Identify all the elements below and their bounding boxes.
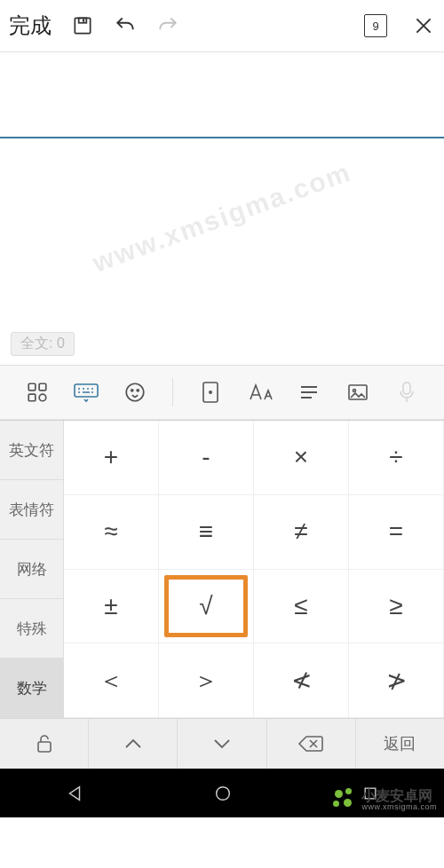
svg-rect-4 (39, 383, 46, 391)
document-body-area[interactable]: 全文: 0 www.xmsigma.com (0, 138, 444, 365)
symbol-category-list: 英文符 表情符 网络 特殊 数学 (0, 421, 64, 718)
svg-point-10 (137, 390, 139, 391)
category-english-symbols[interactable]: 英文符 (0, 421, 64, 480)
key-neq[interactable]: ≠ (254, 495, 349, 570)
key-gt[interactable]: ＞ (159, 643, 254, 718)
key-ngt[interactable]: ≯ (349, 643, 444, 718)
apps-icon[interactable] (22, 381, 52, 404)
top-toolbar: 完成 9 (0, 0, 444, 52)
redo-icon (156, 14, 179, 37)
svg-rect-16 (38, 742, 51, 752)
svg-rect-18 (365, 788, 376, 799)
nav-recent-icon[interactable] (361, 785, 379, 806)
svg-rect-15 (403, 383, 410, 394)
svg-point-12 (210, 391, 211, 393)
svg-rect-2 (83, 19, 84, 21)
toolbar-right-group: 9 (364, 14, 435, 37)
watermark-text: www.xmsigma.com (89, 157, 355, 279)
svg-point-17 (217, 787, 230, 801)
keyboard-icon[interactable] (71, 382, 101, 403)
document-title-input[interactable] (0, 52, 444, 138)
key-equiv[interactable]: ≡ (159, 495, 254, 570)
key-plusminus[interactable]: ± (64, 570, 159, 644)
fullscreen-icon[interactable] (195, 380, 226, 405)
key-sqrt[interactable]: √ (159, 570, 254, 644)
key-ge[interactable]: ≥ (349, 570, 444, 644)
category-math-symbols[interactable]: 数学 (0, 659, 64, 718)
font-icon[interactable] (245, 382, 275, 403)
key-le[interactable]: ≤ (254, 570, 349, 644)
done-button[interactable]: 完成 (9, 12, 52, 40)
mic-icon[interactable] (392, 381, 422, 404)
svg-point-6 (39, 394, 46, 401)
key-divide[interactable]: ÷ (349, 421, 444, 495)
svg-point-14 (353, 390, 356, 392)
svg-rect-7 (75, 384, 98, 397)
nav-back-icon[interactable] (65, 784, 84, 807)
emoji-icon[interactable] (120, 381, 150, 404)
page-count-badge[interactable]: 9 (364, 14, 387, 37)
svg-rect-5 (28, 394, 36, 401)
save-icon[interactable] (71, 14, 94, 37)
back-key[interactable]: 返回 (356, 719, 444, 769)
backspace-key[interactable] (267, 719, 356, 769)
word-count-badge: 全文: 0 (11, 332, 75, 356)
key-multiply[interactable]: × (254, 421, 349, 495)
nav-home-icon[interactable] (213, 784, 233, 807)
category-emoji-symbols[interactable]: 表情符 (0, 480, 64, 540)
key-minus[interactable]: - (159, 421, 254, 495)
key-approx[interactable]: ≈ (64, 495, 159, 570)
paragraph-icon[interactable] (294, 383, 324, 402)
symbol-grid: + - × ÷ ≈ ≡ ≠ = ± √ ≤ ≥ ＜ ＞ ≮ ≯ (64, 421, 444, 718)
keyboard-function-row: 返回 (0, 718, 444, 769)
svg-point-8 (126, 383, 144, 401)
symbol-keyboard: 英文符 表情符 网络 特殊 数学 + - × ÷ ≈ ≡ ≠ = ± √ ≤ ≥… (0, 420, 444, 718)
close-icon[interactable] (412, 14, 435, 37)
lock-key[interactable] (0, 719, 89, 769)
undo-icon[interactable] (114, 14, 137, 37)
android-navbar (0, 773, 444, 817)
key-lt[interactable]: ＜ (64, 643, 159, 718)
key-nlt[interactable]: ≮ (254, 643, 349, 718)
editor-ribbon (0, 365, 444, 420)
svg-point-9 (131, 390, 133, 391)
image-icon[interactable] (343, 383, 373, 402)
category-special-symbols[interactable]: 特殊 (0, 599, 64, 659)
toolbar-left-group: 完成 (9, 12, 179, 40)
svg-rect-3 (28, 383, 36, 391)
arrow-down-key[interactable] (178, 719, 266, 769)
key-equals[interactable]: = (349, 495, 444, 570)
ribbon-separator (172, 378, 173, 406)
category-network-symbols[interactable]: 网络 (0, 540, 64, 599)
key-plus[interactable]: + (64, 421, 159, 495)
arrow-up-key[interactable] (89, 719, 178, 769)
